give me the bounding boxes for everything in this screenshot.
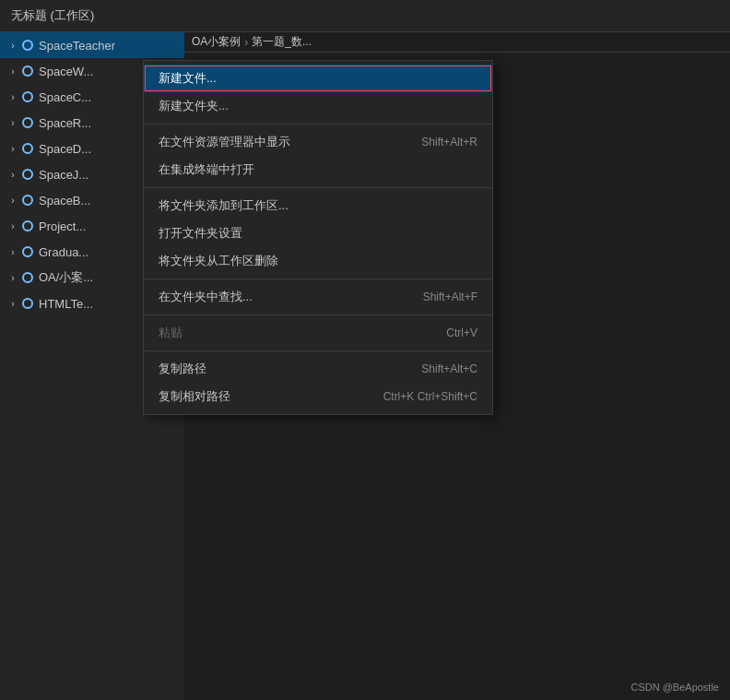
chevron-icon-5: ›	[7, 143, 18, 154]
title-bar-text: 无标题 (工作区)	[11, 7, 94, 24]
circle-icon-10	[20, 270, 35, 285]
menu-item-new-file[interactable]: 新建文件...	[144, 65, 492, 92]
menu-item-add-to-workspace[interactable]: 将文件夹添加到工作区...	[144, 192, 492, 219]
sidebar-label-project: Project...	[39, 219, 86, 233]
chevron-icon: ›	[7, 40, 18, 51]
menu-shortcut-find-in-folder: Shift+Alt+F	[423, 291, 477, 303]
sidebar-label-spaceteacher: SpaceTeacher	[39, 39, 115, 53]
circle-icon-9	[20, 244, 35, 259]
sidebar-label-spacej: SpaceJ...	[39, 168, 88, 182]
menu-item-open-terminal[interactable]: 在集成终端中打开	[144, 156, 492, 184]
menu-label-copy-relative-path: 复制相对路径	[159, 388, 230, 405]
editor-breadcrumb: OA小案例 › 第一题_数...	[184, 32, 730, 53]
menu-label-copy-path: 复制路径	[159, 361, 206, 377]
chevron-icon-10: ›	[7, 272, 18, 283]
chevron-icon-8: ›	[7, 220, 18, 231]
circle-icon-2	[20, 64, 35, 78]
menu-item-new-folder[interactable]: 新建文件夹...	[144, 92, 492, 120]
menu-shortcut-copy-path: Shift+Alt+C	[421, 362, 477, 375]
menu-label-new-file: 新建文件...	[159, 70, 217, 87]
separator-4	[144, 314, 492, 315]
chevron-icon-4: ›	[7, 117, 18, 128]
menu-item-paste[interactable]: 粘贴 Ctrl+V	[144, 319, 492, 347]
menu-item-open-folder-settings[interactable]: 打开文件夹设置	[144, 219, 492, 247]
circle-icon-8	[20, 219, 35, 233]
title-bar: 无标题 (工作区)	[0, 0, 730, 32]
chevron-icon-9: ›	[7, 246, 18, 257]
context-menu: 新建文件... 新建文件夹... 在文件资源管理器中显示 Shift+Alt+R…	[143, 60, 493, 415]
sidebar-label-oa: OA/小案...	[39, 269, 93, 286]
sidebar-label-spaceb: SpaceB...	[39, 194, 90, 208]
menu-shortcut-paste: Ctrl+V	[446, 326, 477, 339]
sidebar-label-spacec: SpaceC...	[39, 90, 91, 104]
sidebar-label-gradua: Gradua...	[39, 245, 88, 259]
chevron-icon-7: ›	[7, 195, 18, 206]
menu-shortcut-show-explorer: Shift+Alt+R	[421, 136, 477, 148]
breadcrumb-separator: ›	[244, 36, 248, 49]
menu-shortcut-copy-relative-path: Ctrl+K Ctrl+Shift+C	[383, 390, 477, 403]
separator-3	[144, 279, 492, 279]
menu-label-show-explorer: 在文件资源管理器中显示	[159, 134, 290, 150]
menu-item-show-explorer[interactable]: 在文件资源管理器中显示 Shift+Alt+R	[144, 128, 492, 156]
circle-icon-5	[20, 141, 35, 156]
circle-icon-4	[20, 115, 35, 130]
sidebar-label-spacer: SpaceR...	[39, 116, 91, 130]
menu-label-find-in-folder: 在文件夹中查找...	[159, 289, 253, 305]
chevron-icon-11: ›	[7, 298, 18, 309]
menu-label-paste: 粘贴	[159, 325, 182, 341]
sidebar-label-spacew: SpaceW...	[39, 65, 93, 78]
separator-5	[144, 350, 492, 351]
menu-label-remove-from-workspace: 将文件夹从工作区删除	[159, 253, 278, 269]
menu-item-copy-relative-path[interactable]: 复制相对路径 Ctrl+K Ctrl+Shift+C	[144, 383, 492, 410]
chevron-icon-6: ›	[7, 169, 18, 180]
sidebar-label-spaced: SpaceD...	[39, 142, 91, 156]
menu-item-copy-path[interactable]: 复制路径 Shift+Alt+C	[144, 355, 492, 383]
separator-1	[144, 124, 492, 125]
chevron-icon-3: ›	[7, 91, 18, 102]
circle-icon-7	[20, 193, 35, 208]
circle-icon-6	[20, 167, 35, 182]
menu-label-new-folder: 新建文件夹...	[159, 98, 229, 114]
circle-icon-11	[20, 296, 35, 311]
menu-label-open-folder-settings: 打开文件夹设置	[159, 225, 242, 242]
menu-label-add-to-workspace: 将文件夹添加到工作区...	[159, 197, 288, 214]
circle-icon-1	[20, 38, 35, 53]
menu-item-find-in-folder[interactable]: 在文件夹中查找... Shift+Alt+F	[144, 283, 492, 311]
menu-label-open-terminal: 在集成终端中打开	[159, 161, 254, 178]
watermark: CSDN @BeApostle	[630, 682, 719, 693]
menu-item-remove-from-workspace[interactable]: 将文件夹从工作区删除	[144, 247, 492, 275]
sidebar-item-spaceteacher[interactable]: › SpaceTeacher	[0, 32, 184, 58]
breadcrumb-file: 第一题_数...	[252, 34, 312, 50]
sidebar-label-htmlte: HTMLTe...	[39, 297, 93, 311]
circle-icon-3	[20, 89, 35, 104]
separator-2	[144, 187, 492, 188]
chevron-icon-2: ›	[7, 65, 18, 77]
breadcrumb-oa: OA小案例	[192, 34, 241, 50]
watermark-text: CSDN @BeApostle	[630, 682, 719, 693]
